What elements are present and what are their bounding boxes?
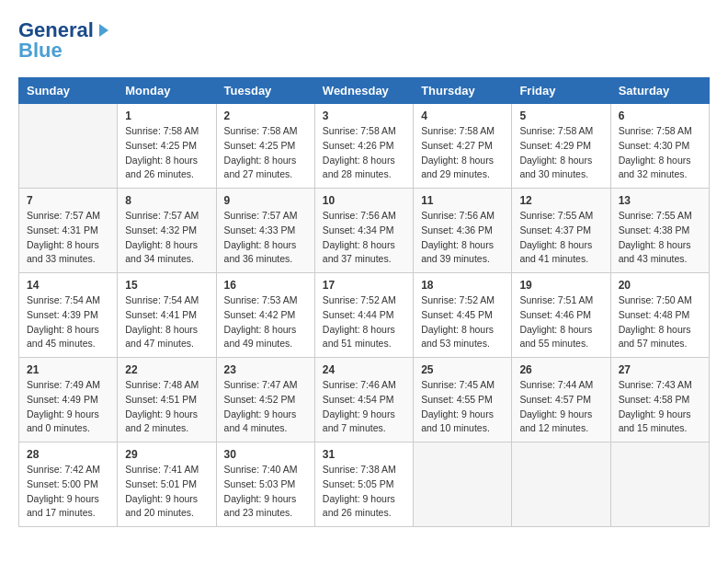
day-number: 4: [421, 109, 504, 122]
day-number: 18: [421, 279, 504, 292]
day-info: Sunrise: 7:58 AMSunset: 4:30 PMDaylight:…: [619, 124, 701, 182]
page-header: General Blue: [18, 18, 710, 63]
calendar-cell: [512, 442, 610, 527]
calendar-cell: 11Sunrise: 7:56 AMSunset: 4:36 PMDayligh…: [414, 189, 512, 273]
day-header-friday: Friday: [512, 78, 610, 104]
day-number: 12: [519, 194, 602, 207]
day-number: 29: [125, 448, 208, 461]
calendar-cell: 25Sunrise: 7:45 AMSunset: 4:55 PMDayligh…: [414, 358, 512, 442]
calendar-cell: [414, 442, 512, 527]
day-number: 13: [619, 194, 701, 207]
calendar-cell: 9Sunrise: 7:57 AMSunset: 4:33 PMDaylight…: [216, 189, 314, 273]
calendar-cell: 6Sunrise: 7:58 AMSunset: 4:30 PMDaylight…: [610, 104, 709, 189]
calendar-cell: 5Sunrise: 7:58 AMSunset: 4:29 PMDaylight…: [512, 104, 610, 189]
header-row: SundayMondayTuesdayWednesdayThursdayFrid…: [19, 78, 710, 104]
calendar-cell: 18Sunrise: 7:52 AMSunset: 4:45 PMDayligh…: [414, 273, 512, 358]
logo-blue: Blue: [18, 39, 63, 63]
day-number: 21: [27, 363, 109, 376]
calendar-cell: 15Sunrise: 7:54 AMSunset: 4:41 PMDayligh…: [118, 273, 216, 358]
day-number: 2: [224, 109, 307, 122]
day-number: 11: [421, 194, 504, 207]
calendar-cell: 8Sunrise: 7:57 AMSunset: 4:32 PMDaylight…: [118, 189, 216, 273]
day-info: Sunrise: 7:45 AMSunset: 4:55 PMDaylight:…: [421, 378, 504, 436]
calendar-cell: 16Sunrise: 7:53 AMSunset: 4:42 PMDayligh…: [216, 273, 314, 358]
calendar-cell: 30Sunrise: 7:40 AMSunset: 5:03 PMDayligh…: [216, 442, 314, 527]
calendar-cell: 3Sunrise: 7:58 AMSunset: 4:26 PMDaylight…: [314, 104, 413, 189]
day-info: Sunrise: 7:58 AMSunset: 4:25 PMDaylight:…: [125, 124, 208, 182]
day-header-sunday: Sunday: [19, 78, 118, 104]
day-info: Sunrise: 7:56 AMSunset: 4:36 PMDaylight:…: [421, 209, 504, 267]
day-number: 24: [323, 363, 405, 376]
day-number: 31: [323, 448, 405, 461]
calendar-cell: [610, 442, 709, 527]
day-info: Sunrise: 7:38 AMSunset: 5:05 PMDaylight:…: [323, 463, 405, 521]
day-info: Sunrise: 7:42 AMSunset: 5:00 PMDaylight:…: [27, 463, 109, 521]
day-info: Sunrise: 7:58 AMSunset: 4:26 PMDaylight:…: [323, 124, 405, 182]
day-number: 20: [619, 279, 701, 292]
calendar-cell: 26Sunrise: 7:44 AMSunset: 4:57 PMDayligh…: [512, 358, 610, 442]
day-info: Sunrise: 7:58 AMSunset: 4:25 PMDaylight:…: [224, 124, 307, 182]
day-info: Sunrise: 7:40 AMSunset: 5:03 PMDaylight:…: [224, 463, 307, 521]
week-row-5: 28Sunrise: 7:42 AMSunset: 5:00 PMDayligh…: [19, 442, 710, 527]
logo-flag-icon: [99, 24, 108, 37]
day-info: Sunrise: 7:48 AMSunset: 4:51 PMDaylight:…: [125, 378, 208, 436]
calendar-table: SundayMondayTuesdayWednesdayThursdayFrid…: [18, 77, 710, 527]
logo: General Blue: [18, 18, 108, 63]
day-number: 22: [125, 363, 208, 376]
day-number: 10: [323, 194, 405, 207]
calendar-cell: [19, 104, 118, 189]
calendar-cell: 12Sunrise: 7:55 AMSunset: 4:37 PMDayligh…: [512, 189, 610, 273]
day-info: Sunrise: 7:49 AMSunset: 4:49 PMDaylight:…: [27, 378, 109, 436]
day-number: 8: [125, 194, 208, 207]
calendar-cell: 23Sunrise: 7:47 AMSunset: 4:52 PMDayligh…: [216, 358, 314, 442]
week-row-3: 14Sunrise: 7:54 AMSunset: 4:39 PMDayligh…: [19, 273, 710, 358]
day-info: Sunrise: 7:54 AMSunset: 4:41 PMDaylight:…: [125, 293, 208, 351]
calendar-cell: 28Sunrise: 7:42 AMSunset: 5:00 PMDayligh…: [19, 442, 118, 527]
day-number: 5: [519, 109, 602, 122]
day-number: 17: [323, 279, 405, 292]
day-number: 25: [421, 363, 504, 376]
day-info: Sunrise: 7:55 AMSunset: 4:38 PMDaylight:…: [619, 209, 701, 267]
day-info: Sunrise: 7:58 AMSunset: 4:29 PMDaylight:…: [519, 124, 602, 182]
day-header-thursday: Thursday: [414, 78, 512, 104]
day-info: Sunrise: 7:52 AMSunset: 4:45 PMDaylight:…: [421, 293, 504, 351]
day-info: Sunrise: 7:43 AMSunset: 4:58 PMDaylight:…: [619, 378, 701, 436]
day-number: 9: [224, 194, 307, 207]
calendar-cell: 1Sunrise: 7:58 AMSunset: 4:25 PMDaylight…: [118, 104, 216, 189]
day-header-wednesday: Wednesday: [314, 78, 413, 104]
day-info: Sunrise: 7:53 AMSunset: 4:42 PMDaylight:…: [224, 293, 307, 351]
day-number: 26: [519, 363, 602, 376]
day-number: 19: [519, 279, 602, 292]
day-info: Sunrise: 7:50 AMSunset: 4:48 PMDaylight:…: [619, 293, 701, 351]
calendar-cell: 17Sunrise: 7:52 AMSunset: 4:44 PMDayligh…: [314, 273, 413, 358]
day-info: Sunrise: 7:44 AMSunset: 4:57 PMDaylight:…: [519, 378, 602, 436]
day-number: 3: [323, 109, 405, 122]
day-number: 14: [27, 279, 109, 292]
week-row-4: 21Sunrise: 7:49 AMSunset: 4:49 PMDayligh…: [19, 358, 710, 442]
day-number: 28: [27, 448, 109, 461]
day-info: Sunrise: 7:47 AMSunset: 4:52 PMDaylight:…: [224, 378, 307, 436]
day-info: Sunrise: 7:57 AMSunset: 4:33 PMDaylight:…: [224, 209, 307, 267]
day-header-saturday: Saturday: [610, 78, 709, 104]
day-info: Sunrise: 7:46 AMSunset: 4:54 PMDaylight:…: [323, 378, 405, 436]
day-number: 1: [125, 109, 208, 122]
day-info: Sunrise: 7:52 AMSunset: 4:44 PMDaylight:…: [323, 293, 405, 351]
calendar-cell: 19Sunrise: 7:51 AMSunset: 4:46 PMDayligh…: [512, 273, 610, 358]
day-number: 15: [125, 279, 208, 292]
day-header-tuesday: Tuesday: [216, 78, 314, 104]
day-number: 16: [224, 279, 307, 292]
day-info: Sunrise: 7:55 AMSunset: 4:37 PMDaylight:…: [519, 209, 602, 267]
day-number: 7: [27, 194, 109, 207]
calendar-cell: 29Sunrise: 7:41 AMSunset: 5:01 PMDayligh…: [118, 442, 216, 527]
day-number: 30: [224, 448, 307, 461]
calendar-cell: 22Sunrise: 7:48 AMSunset: 4:51 PMDayligh…: [118, 358, 216, 442]
day-info: Sunrise: 7:51 AMSunset: 4:46 PMDaylight:…: [519, 293, 602, 351]
week-row-1: 1Sunrise: 7:58 AMSunset: 4:25 PMDaylight…: [19, 104, 710, 189]
day-info: Sunrise: 7:57 AMSunset: 4:31 PMDaylight:…: [27, 209, 109, 267]
day-info: Sunrise: 7:58 AMSunset: 4:27 PMDaylight:…: [421, 124, 504, 182]
day-number: 6: [619, 109, 701, 122]
day-info: Sunrise: 7:56 AMSunset: 4:34 PMDaylight:…: [323, 209, 405, 267]
calendar-cell: 20Sunrise: 7:50 AMSunset: 4:48 PMDayligh…: [610, 273, 709, 358]
day-info: Sunrise: 7:54 AMSunset: 4:39 PMDaylight:…: [27, 293, 109, 351]
calendar-cell: 21Sunrise: 7:49 AMSunset: 4:49 PMDayligh…: [19, 358, 118, 442]
